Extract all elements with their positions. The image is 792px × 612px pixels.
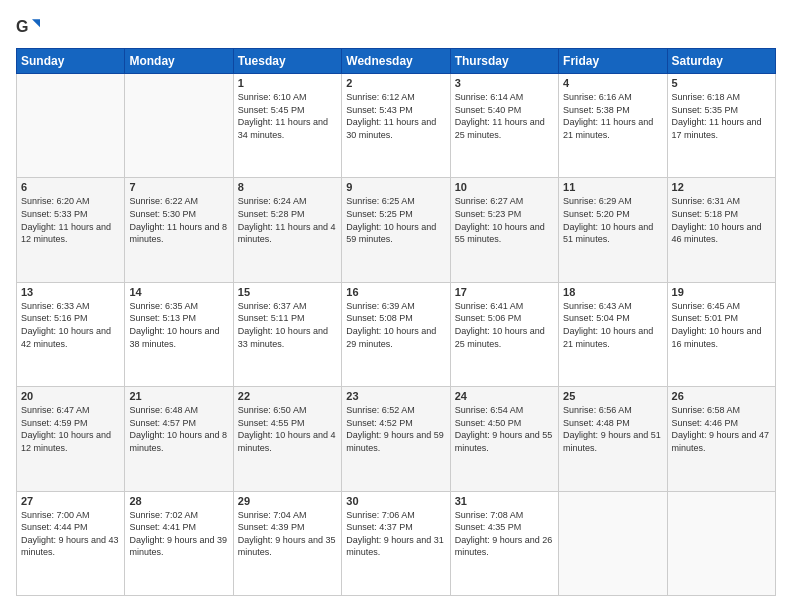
day-number: 30 <box>346 495 445 507</box>
day-number: 29 <box>238 495 337 507</box>
header: G <box>16 16 776 40</box>
day-number: 22 <box>238 390 337 402</box>
calendar-cell: 1Sunrise: 6:10 AM Sunset: 5:45 PM Daylig… <box>233 74 341 178</box>
calendar-cell: 8Sunrise: 6:24 AM Sunset: 5:28 PM Daylig… <box>233 178 341 282</box>
calendar-cell: 5Sunrise: 6:18 AM Sunset: 5:35 PM Daylig… <box>667 74 775 178</box>
day-number: 13 <box>21 286 120 298</box>
day-number: 21 <box>129 390 228 402</box>
logo: G <box>16 16 48 40</box>
calendar-cell: 25Sunrise: 6:56 AM Sunset: 4:48 PM Dayli… <box>559 387 667 491</box>
day-info: Sunrise: 6:27 AM Sunset: 5:23 PM Dayligh… <box>455 195 554 245</box>
calendar-cell: 20Sunrise: 6:47 AM Sunset: 4:59 PM Dayli… <box>17 387 125 491</box>
day-number: 2 <box>346 77 445 89</box>
calendar-cell: 17Sunrise: 6:41 AM Sunset: 5:06 PM Dayli… <box>450 282 558 386</box>
day-header-monday: Monday <box>125 49 233 74</box>
calendar-cell: 15Sunrise: 6:37 AM Sunset: 5:11 PM Dayli… <box>233 282 341 386</box>
day-number: 5 <box>672 77 771 89</box>
day-number: 28 <box>129 495 228 507</box>
day-info: Sunrise: 6:39 AM Sunset: 5:08 PM Dayligh… <box>346 300 445 350</box>
calendar-cell: 3Sunrise: 6:14 AM Sunset: 5:40 PM Daylig… <box>450 74 558 178</box>
day-number: 17 <box>455 286 554 298</box>
calendar-cell: 29Sunrise: 7:04 AM Sunset: 4:39 PM Dayli… <box>233 491 341 595</box>
day-info: Sunrise: 6:33 AM Sunset: 5:16 PM Dayligh… <box>21 300 120 350</box>
day-info: Sunrise: 6:52 AM Sunset: 4:52 PM Dayligh… <box>346 404 445 454</box>
svg-marker-1 <box>32 19 40 27</box>
day-info: Sunrise: 6:12 AM Sunset: 5:43 PM Dayligh… <box>346 91 445 141</box>
day-info: Sunrise: 6:35 AM Sunset: 5:13 PM Dayligh… <box>129 300 228 350</box>
calendar-cell: 13Sunrise: 6:33 AM Sunset: 5:16 PM Dayli… <box>17 282 125 386</box>
calendar-cell: 30Sunrise: 7:06 AM Sunset: 4:37 PM Dayli… <box>342 491 450 595</box>
day-number: 31 <box>455 495 554 507</box>
calendar-cell: 6Sunrise: 6:20 AM Sunset: 5:33 PM Daylig… <box>17 178 125 282</box>
day-info: Sunrise: 6:31 AM Sunset: 5:18 PM Dayligh… <box>672 195 771 245</box>
day-info: Sunrise: 6:14 AM Sunset: 5:40 PM Dayligh… <box>455 91 554 141</box>
calendar-cell: 10Sunrise: 6:27 AM Sunset: 5:23 PM Dayli… <box>450 178 558 282</box>
calendar-cell: 16Sunrise: 6:39 AM Sunset: 5:08 PM Dayli… <box>342 282 450 386</box>
calendar-cell: 27Sunrise: 7:00 AM Sunset: 4:44 PM Dayli… <box>17 491 125 595</box>
day-number: 20 <box>21 390 120 402</box>
week-row-3: 20Sunrise: 6:47 AM Sunset: 4:59 PM Dayli… <box>17 387 776 491</box>
day-info: Sunrise: 6:47 AM Sunset: 4:59 PM Dayligh… <box>21 404 120 454</box>
week-row-2: 13Sunrise: 6:33 AM Sunset: 5:16 PM Dayli… <box>17 282 776 386</box>
logo-icon: G <box>16 16 40 40</box>
day-info: Sunrise: 6:50 AM Sunset: 4:55 PM Dayligh… <box>238 404 337 454</box>
day-info: Sunrise: 6:24 AM Sunset: 5:28 PM Dayligh… <box>238 195 337 245</box>
calendar-cell <box>667 491 775 595</box>
calendar-cell: 9Sunrise: 6:25 AM Sunset: 5:25 PM Daylig… <box>342 178 450 282</box>
day-number: 8 <box>238 181 337 193</box>
calendar-cell: 26Sunrise: 6:58 AM Sunset: 4:46 PM Dayli… <box>667 387 775 491</box>
day-info: Sunrise: 6:16 AM Sunset: 5:38 PM Dayligh… <box>563 91 662 141</box>
day-info: Sunrise: 7:04 AM Sunset: 4:39 PM Dayligh… <box>238 509 337 559</box>
day-number: 18 <box>563 286 662 298</box>
day-number: 1 <box>238 77 337 89</box>
day-header-saturday: Saturday <box>667 49 775 74</box>
day-number: 10 <box>455 181 554 193</box>
calendar-cell <box>559 491 667 595</box>
day-info: Sunrise: 6:41 AM Sunset: 5:06 PM Dayligh… <box>455 300 554 350</box>
calendar-cell: 19Sunrise: 6:45 AM Sunset: 5:01 PM Dayli… <box>667 282 775 386</box>
day-info: Sunrise: 6:22 AM Sunset: 5:30 PM Dayligh… <box>129 195 228 245</box>
day-number: 16 <box>346 286 445 298</box>
day-info: Sunrise: 7:08 AM Sunset: 4:35 PM Dayligh… <box>455 509 554 559</box>
calendar-cell: 18Sunrise: 6:43 AM Sunset: 5:04 PM Dayli… <box>559 282 667 386</box>
day-info: Sunrise: 6:43 AM Sunset: 5:04 PM Dayligh… <box>563 300 662 350</box>
calendar-table: SundayMondayTuesdayWednesdayThursdayFrid… <box>16 48 776 596</box>
day-header-wednesday: Wednesday <box>342 49 450 74</box>
day-number: 11 <box>563 181 662 193</box>
calendar-cell <box>17 74 125 178</box>
calendar-cell: 31Sunrise: 7:08 AM Sunset: 4:35 PM Dayli… <box>450 491 558 595</box>
calendar-cell: 7Sunrise: 6:22 AM Sunset: 5:30 PM Daylig… <box>125 178 233 282</box>
header-row: SundayMondayTuesdayWednesdayThursdayFrid… <box>17 49 776 74</box>
day-info: Sunrise: 7:06 AM Sunset: 4:37 PM Dayligh… <box>346 509 445 559</box>
calendar-cell: 22Sunrise: 6:50 AM Sunset: 4:55 PM Dayli… <box>233 387 341 491</box>
day-header-thursday: Thursday <box>450 49 558 74</box>
day-number: 9 <box>346 181 445 193</box>
day-number: 12 <box>672 181 771 193</box>
day-info: Sunrise: 6:54 AM Sunset: 4:50 PM Dayligh… <box>455 404 554 454</box>
week-row-1: 6Sunrise: 6:20 AM Sunset: 5:33 PM Daylig… <box>17 178 776 282</box>
svg-text:G: G <box>16 18 28 35</box>
week-row-0: 1Sunrise: 6:10 AM Sunset: 5:45 PM Daylig… <box>17 74 776 178</box>
calendar-cell: 11Sunrise: 6:29 AM Sunset: 5:20 PM Dayli… <box>559 178 667 282</box>
calendar-cell: 23Sunrise: 6:52 AM Sunset: 4:52 PM Dayli… <box>342 387 450 491</box>
day-info: Sunrise: 6:37 AM Sunset: 5:11 PM Dayligh… <box>238 300 337 350</box>
day-header-sunday: Sunday <box>17 49 125 74</box>
day-header-tuesday: Tuesday <box>233 49 341 74</box>
day-number: 4 <box>563 77 662 89</box>
day-number: 15 <box>238 286 337 298</box>
calendar-cell <box>125 74 233 178</box>
calendar-cell: 28Sunrise: 7:02 AM Sunset: 4:41 PM Dayli… <box>125 491 233 595</box>
day-number: 26 <box>672 390 771 402</box>
day-info: Sunrise: 6:48 AM Sunset: 4:57 PM Dayligh… <box>129 404 228 454</box>
day-number: 25 <box>563 390 662 402</box>
calendar-cell: 14Sunrise: 6:35 AM Sunset: 5:13 PM Dayli… <box>125 282 233 386</box>
day-info: Sunrise: 6:45 AM Sunset: 5:01 PM Dayligh… <box>672 300 771 350</box>
day-info: Sunrise: 6:18 AM Sunset: 5:35 PM Dayligh… <box>672 91 771 141</box>
day-header-friday: Friday <box>559 49 667 74</box>
week-row-4: 27Sunrise: 7:00 AM Sunset: 4:44 PM Dayli… <box>17 491 776 595</box>
day-number: 7 <box>129 181 228 193</box>
day-number: 24 <box>455 390 554 402</box>
calendar-cell: 21Sunrise: 6:48 AM Sunset: 4:57 PM Dayli… <box>125 387 233 491</box>
day-info: Sunrise: 7:00 AM Sunset: 4:44 PM Dayligh… <box>21 509 120 559</box>
day-info: Sunrise: 6:20 AM Sunset: 5:33 PM Dayligh… <box>21 195 120 245</box>
